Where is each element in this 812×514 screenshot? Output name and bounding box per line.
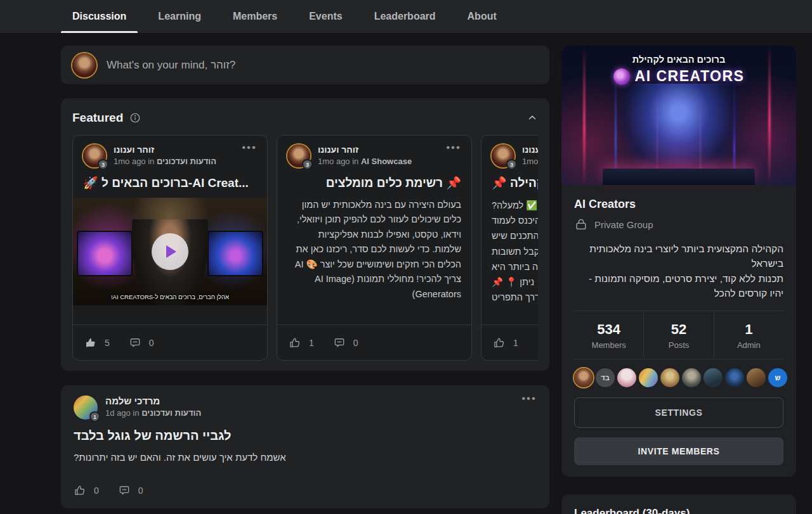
brain-icon (613, 68, 630, 85)
more-options-icon[interactable]: ••• (446, 145, 461, 151)
video-thumbnail[interactable]: אהלן חברים, ברוכים הבאים ל-AI CREATORS! (73, 198, 267, 305)
video-caption: אהלן חברים, ברוכים הבאים ל-AI CREATORS! (73, 293, 267, 300)
top-nav: Discussion Learning Members Events Leade… (0, 0, 812, 33)
author-name[interactable]: זוהר וענונו (114, 145, 216, 155)
featured-post-tools[interactable]: 3 זוהר וענונו 1mo ago in AI Showcase •••… (277, 135, 472, 361)
post-category-link[interactable]: הודעות ועדכונים (157, 157, 216, 166)
author-name[interactable]: מרדכי שלמה (105, 395, 201, 406)
tab-events[interactable]: Events (298, 0, 353, 33)
group-stats: 534 Members 52 Posts 1 Admin (574, 312, 783, 357)
member-avatar[interactable] (617, 368, 636, 387)
member-avatar[interactable] (660, 368, 679, 387)
chevron-up-icon[interactable] (527, 112, 538, 124)
comment-icon (129, 337, 141, 349)
feed-post[interactable]: 1 מרדכי שלמה 1d ago in הודעות ועדכונים •… (61, 385, 549, 508)
like-count: 0 (94, 485, 99, 496)
like-button[interactable]: 5 (84, 337, 110, 349)
member-avatar[interactable] (704, 368, 723, 387)
group-banner[interactable]: ברוכים הבאים לקהילת AI CREATORS (561, 46, 796, 185)
play-button[interactable] (152, 233, 188, 270)
monitor-left (77, 231, 133, 276)
comment-icon (333, 337, 346, 349)
group-description: הקהילה המקצועית ביותר ליוצרי בינה מלאכות… (574, 241, 783, 300)
feed-column: What's on your mind, זוהר? Featured (61, 46, 549, 508)
featured-post-community[interactable]: 3 זוהר וענונו 1mo ago in ••• קהילה 📌 ✅ ל… (481, 135, 538, 361)
comment-count: 0 (149, 338, 154, 348)
leaderboard-title: Leaderboard (30-days) (574, 507, 783, 514)
tab-members[interactable]: Members (221, 0, 289, 33)
banner-figure (615, 84, 742, 179)
comment-button[interactable]: 0 (118, 484, 143, 497)
level-badge: 3 (302, 159, 313, 170)
post-title[interactable]: קהילה 📌 (481, 176, 538, 190)
post-time: 1mo ago in (114, 157, 154, 166)
member-avatar[interactable] (725, 368, 744, 387)
member-avatar[interactable] (574, 368, 593, 387)
post-body: בעולם היצירה עם בינה מלאכותית יש המון כל… (277, 198, 471, 302)
group-sidebar: ברוכים הבאים לקהילת AI CREATORS AI Creat… (561, 46, 796, 514)
lock-icon (574, 217, 588, 231)
group-name: AI Creators (574, 198, 783, 211)
author-name[interactable]: זוהר וענונו (318, 145, 412, 155)
composer-prompt: What's on your mind, זוהר? (107, 59, 235, 72)
comment-button[interactable]: 0 (129, 337, 154, 349)
thumbs-up-icon (84, 337, 97, 349)
invite-members-button[interactable]: INVITE MEMBERS (574, 437, 783, 465)
like-button[interactable]: 1 (289, 337, 314, 349)
member-avatar-row: בד ש (574, 368, 783, 387)
more-options-icon[interactable]: ••• (521, 395, 537, 402)
post-title[interactable]: 🚀 ברוכים הבאים ל-AI Creat... (73, 176, 267, 190)
thumbs-up-icon (289, 337, 301, 349)
member-avatar[interactable] (682, 368, 701, 387)
banner-group-name: AI CREATORS (635, 68, 745, 85)
like-count: 5 (105, 338, 110, 348)
like-button[interactable]: 0 (74, 484, 99, 497)
tab-about[interactable]: About (456, 0, 508, 33)
info-icon[interactable] (129, 112, 141, 124)
featured-post-welcome[interactable]: 3 זוהר וענונו 1mo ago in הודעות ועדכונים… (72, 135, 268, 361)
tab-discussion[interactable]: Discussion (61, 0, 138, 33)
group-privacy: Private Group (594, 219, 653, 230)
featured-section: Featured (61, 98, 549, 371)
author-name[interactable]: זוהר וענונו (522, 145, 538, 155)
member-avatar[interactable] (639, 368, 658, 387)
post-category-link[interactable]: AI Showcase (361, 157, 412, 166)
level-badge: 1 (89, 411, 100, 422)
member-avatar-initials[interactable]: בד (596, 368, 615, 387)
settings-button[interactable]: SETTINGS (574, 397, 783, 428)
thumbs-up-icon (74, 484, 86, 497)
post-time: 1d ago in (105, 408, 140, 418)
stat-members[interactable]: 534 Members (574, 312, 643, 357)
current-user-avatar[interactable] (72, 53, 96, 77)
group-card: ברוכים הבאים לקהילת AI CREATORS AI Creat… (561, 46, 796, 477)
featured-carousel: 3 זוהר וענונו 1mo ago in הודעות ועדכונים… (72, 135, 538, 361)
more-options-icon[interactable]: ••• (242, 145, 257, 151)
post-body: אשמח לדעת איך עושים את זה. והאם יש בזה י… (74, 452, 537, 463)
like-button[interactable]: 1 (493, 337, 518, 349)
post-title[interactable]: לגביי הרשמה של גוגל בלבד (74, 428, 537, 443)
play-icon (166, 245, 176, 258)
comment-count: 0 (138, 485, 143, 496)
post-category-link[interactable]: הודעות ועדכונים (141, 408, 201, 418)
comment-icon (118, 484, 131, 497)
community-page: Discussion Learning Members Events Leade… (0, 0, 812, 514)
banner-welcome-text: ברוכים הבאים לקהילת (561, 55, 796, 65)
tab-learning[interactable]: Learning (147, 0, 213, 33)
level-badge: 3 (506, 159, 517, 170)
banner-desk (603, 169, 755, 185)
thumbs-up-icon (493, 337, 506, 349)
post-body: ✅ למעלה? היכנס לעמוד התכנים שיש קבל תשוב… (481, 198, 538, 305)
comment-button[interactable]: 0 (333, 337, 358, 349)
like-count: 1 (309, 338, 314, 348)
like-count: 1 (513, 338, 518, 348)
leaderboard-card: Leaderboard (30-days) (561, 494, 796, 514)
comment-count: 0 (353, 338, 358, 348)
post-title[interactable]: 📌 רשימת כלים מומלצים (277, 176, 471, 190)
post-composer[interactable]: What's on your mind, זוהר? (61, 46, 549, 84)
member-avatar[interactable] (747, 368, 766, 387)
featured-title: Featured (72, 111, 123, 125)
stat-admins[interactable]: 1 Admin (714, 312, 783, 357)
tab-leaderboard[interactable]: Leaderboard (363, 0, 447, 33)
member-avatar-initials[interactable]: ש (768, 368, 787, 387)
stat-posts[interactable]: 52 Posts (643, 312, 713, 357)
